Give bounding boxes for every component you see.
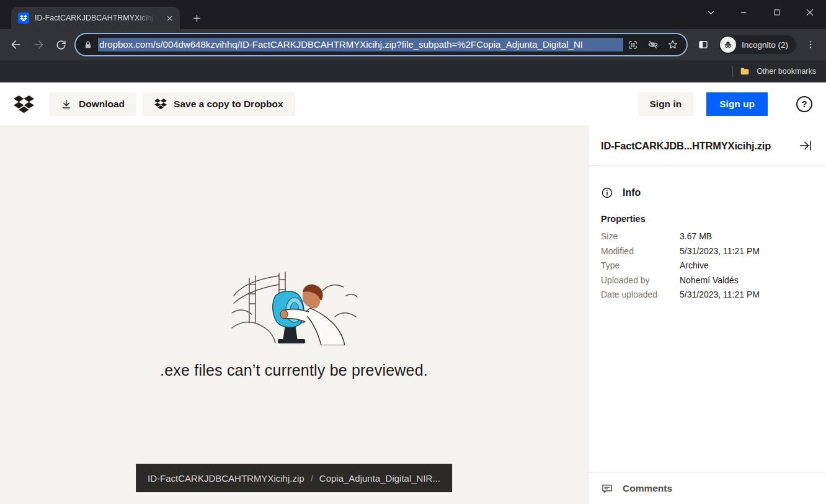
url-text[interactable]: dropbox.com/s/004dw648kzvihhq/ID-FactCAR…	[98, 38, 623, 51]
dropbox-favicon-icon	[18, 12, 29, 24]
bookmarks-divider	[732, 66, 733, 77]
property-row-modified: Modified 5/31/2023, 11:21 PM	[601, 244, 814, 259]
dropbox-logo-icon[interactable]	[14, 95, 34, 113]
info-title: Info	[623, 187, 641, 198]
browser-tab[interactable]: ID-FactCARKJDBCAHTRMYXicihj.zip	[11, 7, 180, 29]
folder-icon	[740, 66, 750, 76]
property-row-uploaded-by: Uploaded by Nohemí Valdés	[601, 273, 814, 288]
bookmark-star-icon[interactable]	[663, 35, 683, 54]
new-tab-button[interactable]	[187, 9, 206, 27]
comments-label: Comments	[623, 483, 672, 494]
browser-menu-icon[interactable]	[800, 34, 821, 55]
breadcrumb-separator: /	[311, 473, 313, 484]
browser-toolbar: dropbox.com/s/004dw648kzvihhq/ID-FactCAR…	[0, 29, 826, 60]
incognito-badge[interactable]: Incognito (2)	[719, 35, 796, 54]
reload-button[interactable]	[50, 33, 72, 56]
other-bookmarks-label[interactable]: Other bookmarks	[757, 67, 816, 76]
side-panel-icon[interactable]	[691, 33, 715, 56]
file-preview-pane: .exe files can’t currently be previewed.…	[0, 126, 588, 504]
property-row-size: Size 3.67 MB	[601, 229, 814, 244]
minimize-button[interactable]	[727, 0, 760, 25]
breadcrumb: ID-FactCARKJDBCAHTRMYXicihj.zip / Copia_…	[136, 464, 452, 492]
save-copy-button[interactable]: Save a copy to Dropbox	[143, 92, 295, 116]
sign-up-button[interactable]: Sign up	[706, 92, 768, 116]
window-controls	[695, 0, 826, 25]
sidebar-file-header: ID-FactCARKJDB...HTRMYXicihj.zip	[588, 126, 826, 166]
breadcrumb-subpath[interactable]: Copia_Adjunta_Digital_NIR...	[319, 473, 440, 484]
bookmarks-bar: Other bookmarks	[0, 60, 826, 82]
info-icon	[601, 187, 613, 199]
dropbox-glyph-icon	[154, 99, 167, 110]
back-button[interactable]	[5, 33, 27, 56]
lock-icon	[84, 40, 92, 49]
dropbox-header: Download Save a copy to Dropbox Sign in …	[0, 82, 826, 126]
preview-illustration	[231, 260, 358, 345]
info-sidebar: ID-FactCARKJDB...HTRMYXicihj.zip Info Pr…	[588, 126, 826, 504]
breadcrumb-file[interactable]: ID-FactCARKJDBCAHTRMYXicihj.zip	[148, 473, 304, 484]
property-row-date-uploaded: Date uploaded 5/31/2023, 11:21 PM	[601, 288, 814, 303]
help-button[interactable]: ?	[796, 96, 812, 112]
comments-section[interactable]: Comments	[588, 472, 826, 504]
collapse-panel-icon[interactable]	[797, 138, 814, 154]
forward-button[interactable]	[27, 33, 50, 56]
info-section: Info Properties Size 3.67 MB Modified 5/…	[588, 166, 826, 472]
qr-code-icon[interactable]	[623, 35, 643, 54]
close-window-button[interactable]	[793, 0, 826, 25]
tab-title: ID-FactCARKJDBCAHTRMYXicihj.zip	[35, 14, 158, 22]
eye-off-icon[interactable]	[643, 35, 663, 54]
tab-close-icon[interactable]	[164, 12, 175, 24]
download-button[interactable]: Download	[49, 92, 136, 116]
sign-in-button[interactable]: Sign in	[638, 92, 694, 116]
info-heading: Info	[601, 187, 814, 199]
incognito-icon	[720, 37, 736, 53]
download-icon	[61, 99, 72, 110]
property-row-type: Type Archive	[601, 259, 814, 273]
url-bar[interactable]: dropbox.com/s/004dw648kzvihhq/ID-FactCAR…	[76, 34, 686, 55]
incognito-label: Incognito (2)	[742, 40, 788, 50]
sidebar-file-name: ID-FactCARKJDB...HTRMYXicihj.zip	[601, 140, 771, 152]
tab-strip: ID-FactCARKJDBCAHTRMYXicihj.zip	[0, 0, 826, 29]
main-content: .exe files can’t currently be previewed.…	[0, 126, 826, 504]
properties-title: Properties	[601, 214, 814, 224]
preview-message: .exe files can’t currently be previewed.	[160, 361, 428, 379]
browser-window: ID-FactCARKJDBCAHTRMYXicihj.zip	[0, 0, 826, 504]
tab-search-chevron-icon[interactable]	[695, 0, 727, 25]
maximize-button[interactable]	[760, 0, 793, 25]
comments-icon	[601, 482, 613, 495]
